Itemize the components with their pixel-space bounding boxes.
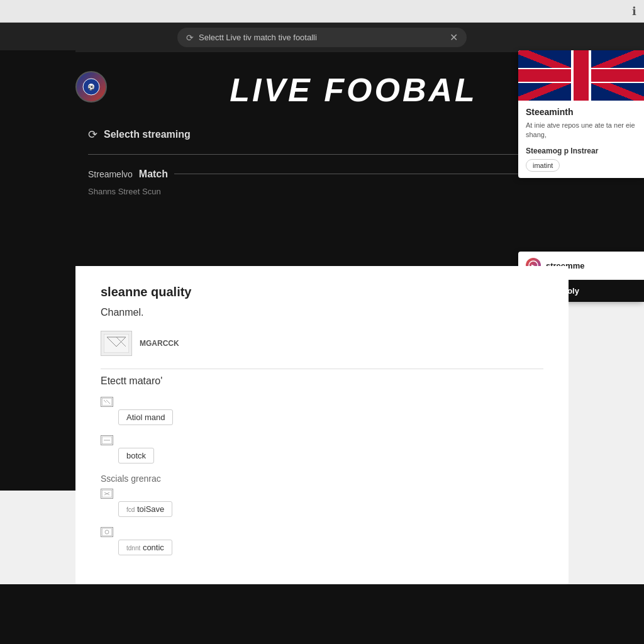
stream-name-label: Streamelvo — [88, 169, 133, 179]
share-icon-1 — [101, 489, 113, 499]
sidebar-streaming-label: Steeamog p Instrear — [526, 147, 636, 155]
refresh-icon: ⟳ — [186, 33, 194, 43]
share-option-1-icon-row — [101, 489, 543, 499]
sidebar-panel-1: Steeaminth At inie atve repos une ate ta… — [518, 50, 644, 178]
share-btn-1-label: toiSave — [137, 504, 164, 514]
quality-option-2-top — [101, 435, 543, 445]
channel-icon-text: MGARCCK — [140, 339, 179, 348]
main-white-section: sleanne quality Chanmel. MGARCCK Etectt … — [75, 266, 569, 584]
sidebar-info: Steeaminth At inie atve repos une ate ta… — [518, 101, 644, 178]
browser-bar: ℹ — [0, 0, 644, 23]
svg-line-9 — [106, 400, 110, 404]
share-btn-2-top: tdnnt — [126, 545, 140, 552]
close-icon[interactable]: ✕ — [450, 31, 458, 43]
sidebar-streamer-desc: At inie atve repos une ate ta ner eie sh… — [526, 121, 636, 140]
address-text: Selectt Live tiv match tive footalli — [199, 33, 445, 42]
quality-title: sleanne quality — [101, 285, 543, 299]
stream-match-label: Match — [139, 169, 168, 180]
channel-icon — [101, 331, 132, 356]
share-btn-1[interactable]: fcd toiSave — [118, 501, 172, 517]
stream-status: Shanns Street Scun — [75, 187, 631, 196]
quality-option-2: botck — [101, 435, 543, 464]
svg-point-16 — [105, 530, 109, 534]
streaming-icon: ⟳ — [88, 128, 97, 142]
sidebar-match-chip[interactable]: imatint — [526, 159, 560, 172]
share-option-1: fcd toiSave — [101, 489, 543, 517]
select-match-label: Etectt mataro' — [101, 375, 543, 387]
quality-btn-2[interactable]: botck — [118, 448, 154, 464]
quality-icon-1 — [101, 397, 113, 407]
svg-rect-7 — [102, 398, 112, 406]
address-bar[interactable]: ⟳ Selectt Live tiv match tive footalli ✕ — [177, 28, 467, 47]
sidebar-streamer-name: Steeaminth — [526, 107, 636, 117]
share-option-2: tdnnt contic — [101, 527, 543, 555]
address-bar-row: ⟳ Selectt Live tiv match tive footalli ✕ — [0, 23, 644, 52]
channel-icon-row: MGARCCK — [101, 331, 543, 356]
svg-rect-15 — [102, 528, 112, 536]
share-btn-2-label: contic — [143, 543, 164, 552]
select-streaming-label: Selecth streaming — [104, 129, 191, 140]
browser-info-icon[interactable]: ℹ — [632, 4, 636, 18]
quality-option-1-top — [101, 397, 543, 407]
channel-label: Chanmel. — [101, 307, 543, 318]
share-btn-2[interactable]: tdnnt contic — [118, 540, 172, 555]
quality-option-1: Atiol mand — [101, 397, 543, 425]
share-option-2-icon-row — [101, 527, 543, 537]
social-share-label: Sscials grenrac — [101, 474, 543, 484]
select-match-divider — [101, 369, 543, 369]
svg-text:⚽: ⚽ — [88, 84, 94, 91]
share-icon-2 — [101, 527, 113, 537]
share-btn-1-top: fcd — [126, 506, 135, 513]
bottom-strip — [0, 584, 644, 644]
flag-area — [518, 50, 644, 101]
svg-line-8 — [104, 400, 106, 402]
quality-icon-2 — [101, 435, 113, 445]
site-logo: ⚽ — [75, 71, 107, 103]
quality-btn-1[interactable]: Atiol mand — [118, 409, 173, 425]
